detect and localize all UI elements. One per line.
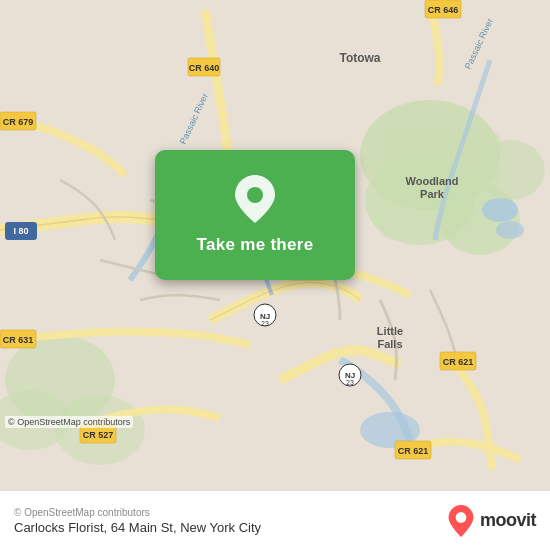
svg-text:23: 23 <box>261 320 269 327</box>
svg-text:CR 679: CR 679 <box>3 117 34 127</box>
info-bar: © OpenStreetMap contributors Carlocks Fl… <box>0 490 550 550</box>
svg-text:Little: Little <box>377 325 403 337</box>
svg-text:Totowa: Totowa <box>339 51 380 65</box>
svg-text:I 80: I 80 <box>13 226 28 236</box>
svg-text:23: 23 <box>346 379 354 386</box>
svg-text:Park: Park <box>420 188 445 200</box>
take-me-there-card[interactable]: Take me there <box>155 150 355 280</box>
moovit-logo: moovit <box>447 505 536 537</box>
location-pin-icon <box>235 175 275 227</box>
map-attribution: © OpenStreetMap contributors <box>5 416 133 428</box>
svg-point-43 <box>247 187 263 203</box>
svg-point-7 <box>496 221 524 239</box>
svg-point-6 <box>482 198 518 222</box>
svg-text:CR 646: CR 646 <box>428 5 459 15</box>
svg-text:CR 621: CR 621 <box>398 446 429 456</box>
location-address: Carlocks Florist, 64 Main St, New York C… <box>14 520 261 535</box>
map-view: I 80 NJ 23 NJ 23 CR 640 CR 679 CR 646 CR… <box>0 0 550 490</box>
svg-text:CR 527: CR 527 <box>83 430 114 440</box>
take-me-there-label: Take me there <box>197 235 314 255</box>
copyright-text: © OpenStreetMap contributors <box>14 507 261 518</box>
svg-text:CR 640: CR 640 <box>189 63 220 73</box>
svg-text:Woodland: Woodland <box>406 175 459 187</box>
svg-point-44 <box>456 512 467 523</box>
svg-text:CR 631: CR 631 <box>3 335 34 345</box>
svg-text:CR 621: CR 621 <box>443 357 474 367</box>
svg-text:Falls: Falls <box>377 338 402 350</box>
moovit-pin-icon <box>447 505 475 537</box>
moovit-brand-text: moovit <box>480 510 536 531</box>
info-left: © OpenStreetMap contributors Carlocks Fl… <box>14 507 261 535</box>
